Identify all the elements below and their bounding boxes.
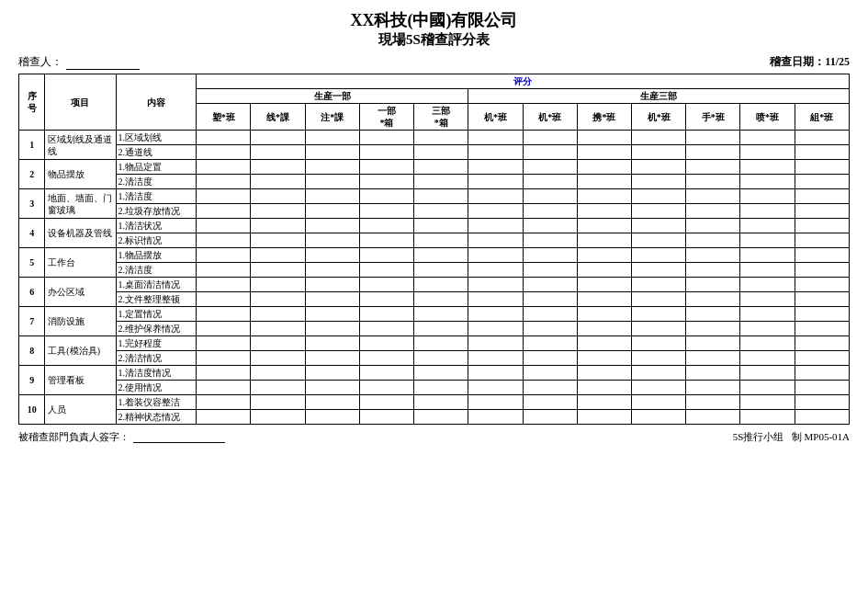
score2-r1-c11 <box>795 145 849 160</box>
score2-r2-c1 <box>251 175 305 189</box>
score2-r2-c4 <box>414 175 468 189</box>
score-r7-c2 <box>305 307 359 322</box>
date-value: 11/25 <box>825 55 850 68</box>
score2-r7-c1 <box>251 322 305 336</box>
score-r3-c5 <box>468 189 523 204</box>
score-r2-c4 <box>414 160 468 175</box>
score-r5-c4 <box>414 248 468 263</box>
score2-r3-c1 <box>251 204 305 219</box>
score-r9-c10 <box>740 366 795 381</box>
score-r6-c7 <box>577 278 631 292</box>
score2-r7-c7 <box>577 322 631 336</box>
score-r4-c10 <box>740 219 795 233</box>
score2-r6-c10 <box>740 292 795 307</box>
score2-r10-c6 <box>523 410 577 425</box>
score2-r7-c11 <box>795 322 849 336</box>
score-r10-c1 <box>251 395 305 410</box>
score2-r9-c3 <box>359 381 413 395</box>
th-dept2: 生産三部 <box>468 89 850 104</box>
score2-r6-c6 <box>523 292 577 307</box>
cell-content2-9: 2.使用情况 <box>116 381 197 395</box>
score-r6-c11 <box>795 278 849 292</box>
score2-r6-c0 <box>197 292 251 307</box>
score2-r8-c11 <box>795 351 849 366</box>
score-r2-c2 <box>305 160 359 175</box>
cell-content1-2: 1.物品定置 <box>116 160 197 175</box>
cell-content2-6: 2.文件整理整顿 <box>116 292 197 307</box>
score-r8-c10 <box>740 336 795 351</box>
score2-r1-c9 <box>686 145 740 160</box>
cell-seq-8: 8 <box>19 336 45 366</box>
score-r2-c1 <box>251 160 305 175</box>
score-r4-c8 <box>632 219 686 233</box>
cell-seq-2: 2 <box>19 160 45 189</box>
score-r8-c4 <box>414 336 468 351</box>
score-r10-c0 <box>197 395 251 410</box>
score-r5-c3 <box>359 248 413 263</box>
cell-content1-5: 1.物品摆放 <box>116 248 197 263</box>
score-r10-c4 <box>414 395 468 410</box>
cell-item-6: 办公区域 <box>45 278 116 307</box>
cell-content1-9: 1.清洁度情况 <box>116 366 197 381</box>
score-r3-c4 <box>414 189 468 204</box>
score2-r9-c0 <box>197 381 251 395</box>
score2-r2-c2 <box>305 175 359 189</box>
cell-seq-1: 1 <box>19 131 45 160</box>
score2-r3-c5 <box>468 204 523 219</box>
th-item: 项目 <box>45 74 116 131</box>
th-d2c1: 机*班 <box>468 104 523 131</box>
score2-r10-c1 <box>251 410 305 425</box>
score-r5-c10 <box>740 248 795 263</box>
score-r7-c9 <box>686 307 740 322</box>
score2-r4-c9 <box>686 233 740 248</box>
score2-r7-c5 <box>468 322 523 336</box>
score-r6-c10 <box>740 278 795 292</box>
score-r9-c8 <box>632 366 686 381</box>
score2-r7-c8 <box>632 322 686 336</box>
score2-r6-c4 <box>414 292 468 307</box>
score2-r10-c7 <box>577 410 631 425</box>
form-title: 現場5S稽查評分表 <box>18 31 850 49</box>
cell-item-7: 消防设施 <box>45 307 116 336</box>
cell-content2-2: 2.清洁度 <box>116 175 197 189</box>
score-r7-c5 <box>468 307 523 322</box>
score2-r9-c10 <box>740 381 795 395</box>
score-r6-c9 <box>686 278 740 292</box>
auditor-label: 稽查人： <box>18 54 62 70</box>
score2-r4-c11 <box>795 233 849 248</box>
score2-r2-c5 <box>468 175 523 189</box>
cell-content2-3: 2.垃圾存放情况 <box>116 204 197 219</box>
score2-r6-c3 <box>359 292 413 307</box>
score-r3-c3 <box>359 189 413 204</box>
score-r5-c9 <box>686 248 740 263</box>
score2-r7-c3 <box>359 322 413 336</box>
score2-r8-c9 <box>686 351 740 366</box>
cell-item-5: 工作台 <box>45 248 116 278</box>
score2-r6-c7 <box>577 292 631 307</box>
score-r1-c10 <box>740 131 795 145</box>
score2-r10-c5 <box>468 410 523 425</box>
score2-r9-c5 <box>468 381 523 395</box>
score-r8-c3 <box>359 336 413 351</box>
score-r2-c0 <box>197 160 251 175</box>
date-field: 稽查日期：11/25 <box>770 54 850 70</box>
score-r9-c7 <box>577 366 631 381</box>
th-seq: 序号 <box>19 74 45 131</box>
score-r1-c9 <box>686 131 740 145</box>
cell-seq-5: 5 <box>19 248 45 278</box>
score2-r5-c4 <box>414 263 468 278</box>
score2-r8-c7 <box>577 351 631 366</box>
score-r9-c4 <box>414 366 468 381</box>
score2-r5-c11 <box>795 263 849 278</box>
score-r9-c1 <box>251 366 305 381</box>
cell-seq-7: 7 <box>19 307 45 336</box>
score2-r8-c4 <box>414 351 468 366</box>
score-r8-c7 <box>577 336 631 351</box>
score-r7-c8 <box>632 307 686 322</box>
score2-r3-c2 <box>305 204 359 219</box>
score2-r10-c10 <box>740 410 795 425</box>
score2-r1-c8 <box>632 145 686 160</box>
score2-r3-c9 <box>686 204 740 219</box>
score2-r1-c2 <box>305 145 359 160</box>
score2-r4-c5 <box>468 233 523 248</box>
